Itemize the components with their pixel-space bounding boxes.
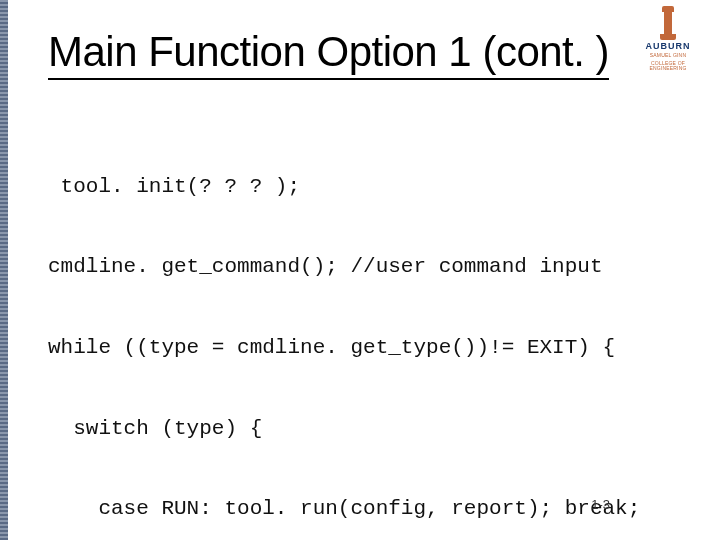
slide: Main Function Option 1 (cont. ) AUBURN S… [0, 0, 720, 540]
code-line: while ((type = cmdline. get_type())!= EX… [48, 335, 700, 362]
logo-text: AUBURN [632, 42, 704, 51]
slide-title: Main Function Option 1 (cont. ) [48, 28, 609, 80]
code-line: cmdline. get_command(); //user command i… [48, 254, 700, 281]
page-number: 1-3 [591, 497, 610, 512]
tower-icon [660, 6, 676, 40]
logo-subtext-1: SAMUEL GINN [632, 53, 704, 59]
left-border-stripe [0, 0, 8, 540]
code-block: tool. init(? ? ? ); cmdline. get_command… [48, 120, 700, 540]
code-line: tool. init(? ? ? ); [48, 174, 700, 201]
logo-subtext-2: COLLEGE OF ENGINEERING [632, 61, 704, 72]
auburn-logo: AUBURN SAMUEL GINN COLLEGE OF ENGINEERIN… [632, 6, 704, 72]
code-line: switch (type) { [48, 416, 700, 443]
